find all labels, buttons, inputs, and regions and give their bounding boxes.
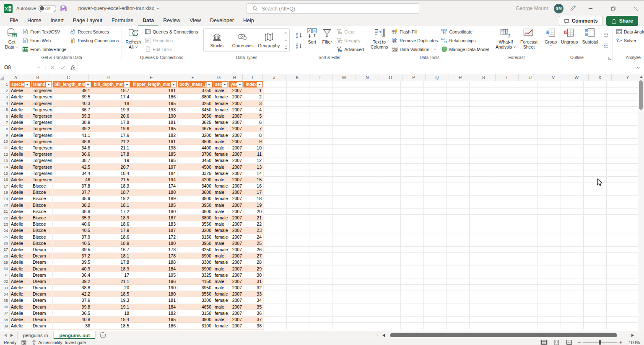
cell-H9[interactable]: 2007 <box>229 132 244 139</box>
cell-O10[interactable] <box>378 139 401 145</box>
cell-F16[interactable]: 4200 <box>178 177 213 183</box>
cell-X34[interactable] <box>584 291 607 297</box>
cell-V28[interactable] <box>538 253 561 259</box>
cell-R32[interactable] <box>447 278 470 285</box>
cell-I5[interactable]: 4 <box>244 107 264 113</box>
cell-W38[interactable] <box>561 317 584 323</box>
cell-S33[interactable] <box>470 285 493 291</box>
cell-G24[interactable]: female <box>213 227 229 234</box>
cell-O4[interactable] <box>378 100 401 107</box>
cell-S19[interactable] <box>470 196 493 202</box>
cell-W1[interactable] <box>561 81 584 88</box>
cell-J1[interactable] <box>264 81 287 88</box>
cell-E8[interactable]: 195 <box>131 126 178 132</box>
cell-H7[interactable]: 2007 <box>229 119 244 126</box>
cell-H39[interactable]: 2007 <box>229 323 244 329</box>
cell-Y27[interactable] <box>607 247 639 253</box>
cell-N8[interactable] <box>355 126 378 132</box>
cell-L25[interactable] <box>309 234 332 240</box>
cell-L6[interactable] <box>309 113 332 119</box>
cell-V39[interactable] <box>538 323 561 329</box>
cell-B11[interactable]: Torgersen <box>31 145 53 151</box>
cell-R1[interactable] <box>447 81 470 88</box>
row-header-15[interactable]: 15 <box>0 170 10 177</box>
cell-N32[interactable] <box>355 278 378 285</box>
cell-L7[interactable] <box>309 119 332 126</box>
cell-G8[interactable]: male <box>213 126 229 132</box>
cell-I35[interactable]: 34 <box>244 297 264 304</box>
cell-O29[interactable] <box>378 259 401 265</box>
cell-N4[interactable] <box>355 100 378 107</box>
cell-R7[interactable] <box>447 119 470 126</box>
cell-W24[interactable] <box>561 227 584 234</box>
cell-F12[interactable]: 3700 <box>178 151 213 157</box>
cell-X36[interactable] <box>584 304 607 310</box>
cell-W25[interactable] <box>561 234 584 240</box>
cell-R30[interactable] <box>447 265 470 272</box>
cell-P9[interactable] <box>401 132 424 139</box>
cell-R12[interactable] <box>447 151 470 157</box>
cell-W10[interactable] <box>561 139 584 145</box>
cell-E24[interactable]: 187 <box>131 227 178 234</box>
cell-G27[interactable]: female <box>213 247 229 253</box>
cell-S3[interactable] <box>470 94 493 100</box>
cell-T20[interactable] <box>492 202 515 209</box>
cell-A33[interactable]: Adelie <box>10 285 31 291</box>
cell-N27[interactable] <box>355 247 378 253</box>
cell-K21[interactable] <box>287 209 310 215</box>
cell-A37[interactable]: Adelie <box>10 310 31 317</box>
show-detail-button[interactable] <box>601 30 610 39</box>
cell-K39[interactable] <box>287 323 310 329</box>
column-header-t[interactable]: T <box>496 74 519 81</box>
cell-J21[interactable] <box>264 209 287 215</box>
cell-M25[interactable] <box>332 234 356 240</box>
cell-O21[interactable] <box>378 209 401 215</box>
cell-K9[interactable] <box>287 132 310 139</box>
cell-X18[interactable] <box>584 189 607 196</box>
filter-dropdown-icon[interactable] <box>222 82 228 88</box>
cell-G29[interactable]: female <box>213 259 229 265</box>
cell-U34[interactable] <box>515 291 538 297</box>
cell-Q28[interactable] <box>424 253 447 259</box>
cell-O5[interactable] <box>378 107 401 113</box>
cell-S14[interactable] <box>470 164 493 170</box>
row-header-35[interactable]: 35 <box>0 297 10 304</box>
cell-M18[interactable] <box>332 189 356 196</box>
cell-Q8[interactable] <box>424 126 447 132</box>
column-header-l[interactable]: L <box>309 74 333 81</box>
cell-U37[interactable] <box>515 310 538 317</box>
cell-V19[interactable] <box>538 196 561 202</box>
cell-Y31[interactable] <box>607 272 639 278</box>
row-header-37[interactable]: 37 <box>0 310 10 317</box>
cell-L33[interactable] <box>309 285 332 291</box>
queries-connections-button[interactable]: Queries & Connections <box>143 27 200 36</box>
cell-F5[interactable]: 3450 <box>178 107 213 113</box>
cell-M24[interactable] <box>332 227 356 234</box>
cell-P37[interactable] <box>401 310 424 317</box>
cell-L13[interactable] <box>309 157 332 164</box>
cell-D20[interactable]: 18.1 <box>92 202 131 209</box>
cell-H22[interactable]: 2007 <box>229 215 244 221</box>
save-icon[interactable] <box>60 5 67 12</box>
cell-M10[interactable] <box>332 139 356 145</box>
cell-B28[interactable]: Dream <box>31 253 53 259</box>
cell-B9[interactable]: Torgersen <box>31 132 53 139</box>
cell-T15[interactable] <box>492 170 515 177</box>
cell-B5[interactable]: Torgersen <box>31 107 53 113</box>
relationships-button[interactable]: Relationships <box>439 36 491 45</box>
cell-C10[interactable]: 38.6 <box>53 139 92 145</box>
cell-M7[interactable] <box>332 119 356 126</box>
refresh-all-button[interactable]: RefreshAll <box>123 26 143 54</box>
cell-L23[interactable] <box>309 221 332 227</box>
cell-J12[interactable] <box>264 151 287 157</box>
cell-D2[interactable]: 18.7 <box>92 88 131 94</box>
cell-B19[interactable]: Biscoe <box>31 196 53 202</box>
cell-F9[interactable]: 3200 <box>178 132 213 139</box>
cell-C33[interactable]: 38.8 <box>53 285 92 291</box>
cell-J22[interactable] <box>264 215 287 221</box>
cell-W16[interactable] <box>561 177 584 183</box>
cell-W7[interactable] <box>561 119 584 126</box>
cell-D14[interactable]: 20.7 <box>92 164 131 170</box>
cell-W33[interactable] <box>561 285 584 291</box>
cell-R34[interactable] <box>447 291 470 297</box>
